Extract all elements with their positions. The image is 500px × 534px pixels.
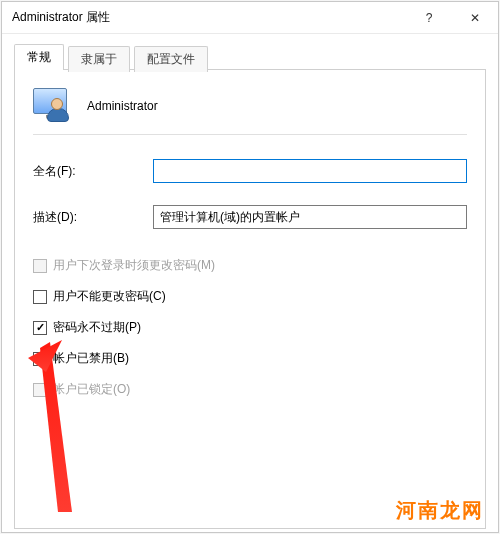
window-title: Administrator 属性 <box>12 9 406 26</box>
user-account-icon <box>33 88 69 124</box>
description-row: 描述(D): <box>33 205 467 229</box>
account-username: Administrator <box>87 99 158 113</box>
check-account-locked: 帐户已锁定(O) <box>33 381 467 398</box>
divider <box>33 134 467 135</box>
checkbox-checked-icon <box>33 321 47 335</box>
tabstrip: 常规 隶属于 配置文件 <box>14 44 486 70</box>
tab-profile[interactable]: 配置文件 <box>134 46 208 72</box>
fullname-row: 全名(F): <box>33 159 467 183</box>
checkbox-icon <box>33 352 47 366</box>
tab-general[interactable]: 常规 <box>14 44 64 70</box>
description-input[interactable] <box>153 205 467 229</box>
checkbox-icon <box>33 290 47 304</box>
dialog-content: 常规 隶属于 配置文件 Administrator 全名(F): <box>2 34 498 534</box>
help-button[interactable]: ? <box>406 2 452 34</box>
checkbox-icon <box>33 383 47 397</box>
options-group: 用户下次登录时须更改密码(M) 用户不能更改密码(C) 密码永不过期(P) 帐户… <box>33 257 467 398</box>
fullname-input[interactable] <box>153 159 467 183</box>
check-label: 用户下次登录时须更改密码(M) <box>53 257 215 274</box>
titlebar: Administrator 属性 ? ✕ <box>2 2 498 34</box>
tab-panel-general: Administrator 全名(F): 描述(D): 用户下次登录时须更改密码… <box>14 69 486 529</box>
check-label: 帐户已禁用(B) <box>53 350 129 367</box>
check-must-change-password: 用户下次登录时须更改密码(M) <box>33 257 467 274</box>
account-header: Administrator <box>33 88 467 124</box>
check-account-disabled[interactable]: 帐户已禁用(B) <box>33 350 467 367</box>
close-button[interactable]: ✕ <box>452 2 498 34</box>
check-label: 密码永不过期(P) <box>53 319 141 336</box>
properties-dialog: Administrator 属性 ? ✕ 常规 隶属于 配置文件 <box>1 1 499 533</box>
tab-member-of[interactable]: 隶属于 <box>68 46 130 72</box>
tab-member-of-label: 隶属于 <box>81 52 117 66</box>
tab-general-label: 常规 <box>27 50 51 64</box>
description-label: 描述(D): <box>33 209 153 226</box>
fullname-label: 全名(F): <box>33 163 153 180</box>
check-label: 帐户已锁定(O) <box>53 381 130 398</box>
check-cannot-change-password[interactable]: 用户不能更改密码(C) <box>33 288 467 305</box>
watermark-text: 河南龙网 <box>396 497 484 524</box>
check-password-never-expires[interactable]: 密码永不过期(P) <box>33 319 467 336</box>
help-icon: ? <box>426 11 433 25</box>
close-icon: ✕ <box>470 11 480 25</box>
check-label: 用户不能更改密码(C) <box>53 288 166 305</box>
tab-profile-label: 配置文件 <box>147 52 195 66</box>
checkbox-icon <box>33 259 47 273</box>
